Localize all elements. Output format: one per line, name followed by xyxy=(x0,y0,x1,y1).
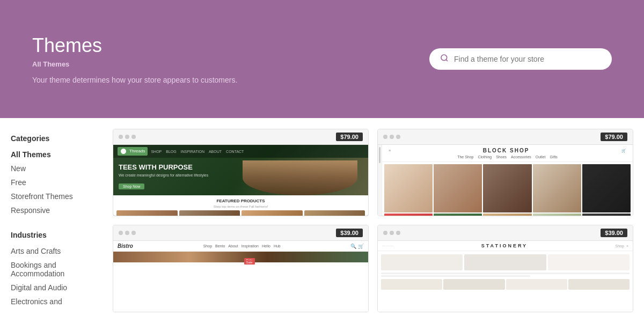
dot-6 xyxy=(396,135,400,139)
window-dots-2 xyxy=(383,135,400,139)
sidebar: Categories All Themes New Free Storefron… xyxy=(0,118,107,323)
dot-5 xyxy=(390,135,394,139)
stationery-logo: STATIONERY xyxy=(481,243,528,248)
product-2 xyxy=(179,210,240,216)
blockshop-item-1 xyxy=(384,164,433,212)
stationery-body: — — — STATIONERY Shop × xyxy=(378,241,633,312)
dot-3 xyxy=(131,135,136,139)
page-subtitle: All Themes xyxy=(32,60,237,68)
page-title: Themes xyxy=(32,34,237,57)
sidebar-item-digital[interactable]: Digital and Audio xyxy=(11,283,97,292)
sidebar-item-electronics[interactable]: Electronics and xyxy=(11,297,97,306)
sidebar-item-arts[interactable]: Arts and Crafts xyxy=(11,247,97,255)
window-dots xyxy=(119,135,136,139)
stationery-price: $39.00 xyxy=(601,229,627,237)
blockshop-item-4 xyxy=(533,164,581,212)
dot-12 xyxy=(396,231,400,235)
categories-title: Categories xyxy=(11,134,97,143)
page-description: Your theme determines how your store app… xyxy=(32,76,237,84)
bistro-price: $39.00 xyxy=(336,229,363,237)
sidebar-item-free[interactable]: Free xyxy=(11,178,97,187)
blockshop-item-8 xyxy=(483,214,531,216)
blockshop-nav-links: The Shop Clothing Shoes Accessories Outl… xyxy=(386,155,628,159)
search-icon xyxy=(440,54,449,64)
theme-card-threads[interactable]: $79.00 Threads SHOP BLOG INSPIRATION ABO… xyxy=(113,129,369,216)
featured-subtitle: Shop top items on these Fall fashions! xyxy=(116,205,365,208)
blockshop-item-6 xyxy=(384,214,433,216)
threads-body: Threads SHOP BLOG INSPIRATION ABOUT CONT… xyxy=(113,145,368,216)
stationery-preview: — — — STATIONERY Shop × xyxy=(378,241,633,312)
bistro-logo: Bistro xyxy=(118,243,133,249)
categories-section: Categories All Themes New Free Storefron… xyxy=(11,134,97,215)
blockshop-item-3 xyxy=(483,164,531,212)
product-3 xyxy=(241,210,303,216)
featured-title: FEATURED PRODUCTS xyxy=(116,199,365,203)
dot-2 xyxy=(125,135,129,139)
threads-logo: Threads xyxy=(118,147,148,156)
blockshop-grid xyxy=(382,162,633,216)
theme-card-bistro[interactable]: $39.00 Bistro Shop Bento About Inspirati… xyxy=(113,225,369,312)
theme-card-stationery[interactable]: $39.00 — — — STATIONERY Shop × xyxy=(377,225,633,312)
main-content: Categories All Themes New Free Storefron… xyxy=(0,118,644,323)
theme-card-blockshop[interactable]: $79.00 ≡ BLOCK SHOP 🛒 xyxy=(377,129,633,216)
blockshop-preview: ≡ BLOCK SHOP 🛒 The Shop Clothing Shoes A… xyxy=(378,145,633,216)
svg-point-0 xyxy=(441,55,447,61)
theme-card-header-bistro: $39.00 xyxy=(113,225,368,241)
themes-grid: $79.00 Threads SHOP BLOG INSPIRATION ABO… xyxy=(107,118,644,323)
threads-nav: Threads SHOP BLOG INSPIRATION ABOUT CONT… xyxy=(113,145,368,158)
product-4 xyxy=(304,210,365,216)
dot-9 xyxy=(131,231,136,235)
dot-10 xyxy=(383,231,387,235)
threads-btn: Shop Now xyxy=(119,183,144,189)
bistro-nav: Bistro Shop Bento About Inspiration Hell… xyxy=(113,241,368,252)
threads-hero-text: TEES WITH PURPOSE We create meaningful d… xyxy=(119,163,208,190)
theme-card-header-blockshop: $79.00 xyxy=(378,129,633,145)
theme-card-header-stationery: $39.00 xyxy=(378,225,633,241)
product-1 xyxy=(116,210,178,216)
stationery-nav: — — — STATIONERY Shop × xyxy=(378,241,633,251)
blockshop-item-10 xyxy=(582,214,631,216)
threads-description: We create meaningful designs for alterna… xyxy=(119,173,208,177)
header-banner: Themes All Themes Your theme determines … xyxy=(0,0,644,118)
stationery-content xyxy=(378,251,633,293)
header-left: Themes All Themes Your theme determines … xyxy=(32,34,237,84)
blockshop-price: $79.00 xyxy=(601,133,627,141)
threads-nav-links: SHOP BLOG INSPIRATION ABOUT CONTACT xyxy=(151,150,244,153)
threads-preview: Threads SHOP BLOG INSPIRATION ABOUT CONT… xyxy=(113,145,368,216)
blockshop-item-9 xyxy=(533,214,581,216)
blockshop-item-2 xyxy=(434,164,482,212)
window-dots-4 xyxy=(383,231,400,235)
product-images xyxy=(116,210,365,216)
theme-card-header-threads: $79.00 xyxy=(113,129,368,145)
threads-tagline: TEES WITH PURPOSE xyxy=(119,163,208,171)
blockshop-body: ≡ BLOCK SHOP 🛒 The Shop Clothing Shoes A… xyxy=(378,145,633,216)
blockshop-item-5 xyxy=(582,164,631,212)
blockshop-item-7 xyxy=(434,214,482,216)
threads-hero: TEES WITH PURPOSE We create meaningful d… xyxy=(113,158,368,195)
blockshop-logo: BLOCK SHOP xyxy=(483,148,530,153)
sidebar-item-storefront[interactable]: Storefront Themes xyxy=(11,192,97,201)
dot-4 xyxy=(383,135,387,139)
bistro-body: Bistro Shop Bento About Inspiration Hell… xyxy=(113,241,368,312)
bistro-nav-links: Shop Bento About Inspiration Hello Hub xyxy=(203,244,281,248)
sidebar-item-responsive[interactable]: Responsive xyxy=(11,206,97,215)
industries-title: Industries xyxy=(11,231,97,239)
dot-1 xyxy=(119,135,123,139)
window-dots-3 xyxy=(119,231,136,235)
sidebar-item-bookings[interactable]: Bookings and Accommodation xyxy=(11,261,97,278)
svg-line-1 xyxy=(446,60,448,61)
threads-featured: FEATURED PRODUCTS Shop top items on thes… xyxy=(113,195,368,216)
blockshop-nav: ≡ BLOCK SHOP 🛒 The Shop Clothing Shoes A… xyxy=(382,145,633,162)
industries-section: Industries Arts and Crafts Bookings and … xyxy=(11,231,97,306)
search-input[interactable] xyxy=(454,55,601,63)
threads-price: $79.00 xyxy=(336,133,363,141)
dot-11 xyxy=(390,231,394,235)
dot-8 xyxy=(125,231,129,235)
search-bar[interactable] xyxy=(429,48,612,70)
bistro-preview: Bistro Shop Bento About Inspiration Hell… xyxy=(113,241,368,312)
sidebar-item-all-themes[interactable]: All Themes xyxy=(11,150,97,159)
sidebar-item-new[interactable]: New xyxy=(11,164,97,173)
dot-7 xyxy=(119,231,123,235)
